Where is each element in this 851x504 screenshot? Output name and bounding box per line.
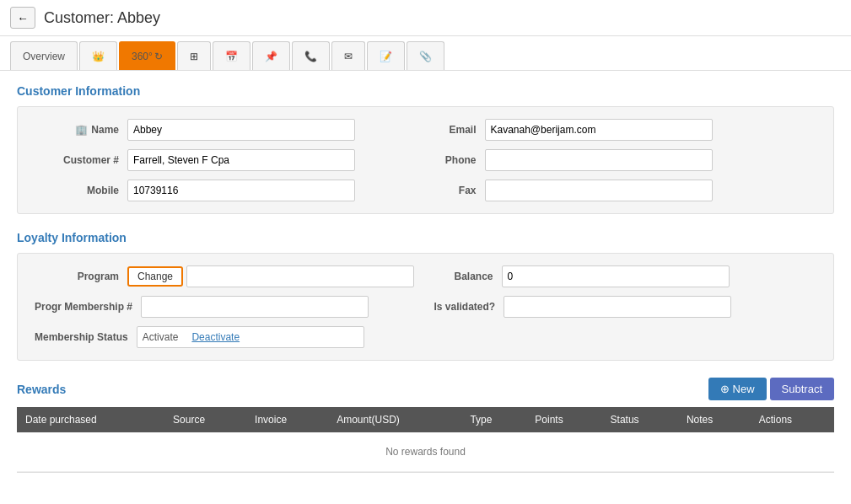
main-content: Customer Information 🏢Name Email Custome… — [0, 71, 851, 486]
col-invoice: Invoice — [246, 407, 328, 432]
page-title: Customer: Abbey — [44, 9, 160, 27]
new-reward-button[interactable]: ⊕ New — [708, 378, 767, 400]
customer-row-3: Mobile Fax — [35, 180, 816, 201]
program-field-group: Program Change — [35, 265, 417, 287]
membership-status-field: Activate Deactivate — [137, 326, 364, 348]
phone-input[interactable] — [485, 149, 713, 171]
tab-360-label: 360° — [132, 51, 153, 62]
plus-icon: ⊕ — [720, 383, 730, 395]
email-label: Email — [434, 124, 485, 136]
customer-row-1: 🏢Name Email — [35, 119, 816, 141]
rewards-title: Rewards — [17, 383, 66, 396]
change-program-button[interactable]: Change — [127, 266, 183, 287]
validated-field-group: Is validated? — [434, 296, 817, 318]
name-label: 🏢Name — [35, 124, 127, 136]
grid-icon: ⊞ — [190, 51, 198, 62]
tab-grid[interactable]: ⊞ — [177, 41, 211, 70]
col-amount: Amount(USD) — [328, 407, 461, 432]
rewards-table-header-row: Date purchased Source Invoice Amount(USD… — [17, 407, 834, 432]
customer-num-label: Customer # — [35, 154, 127, 166]
loyalty-row-3: Membership Status Activate Deactivate — [35, 326, 816, 348]
tab-email[interactable]: ✉ — [331, 41, 365, 70]
subtract-reward-button[interactable]: Subtract — [770, 378, 834, 400]
loyalty-row-2: Progr Membership # Is validated? — [35, 296, 816, 318]
fax-input[interactable] — [485, 180, 713, 201]
back-icon: ← — [17, 12, 28, 24]
mobile-input[interactable] — [127, 180, 355, 201]
building-icon: 🏢 — [75, 124, 88, 136]
fax-field-group: Fax — [434, 180, 817, 201]
email-field-group: Email — [434, 119, 817, 141]
rewards-no-data-cell: No rewards found — [17, 432, 834, 472]
balance-input[interactable] — [502, 265, 730, 287]
col-actions: Actions — [751, 407, 834, 432]
customer-info-panel: 🏢Name Email Customer # Phone Mobile — [17, 106, 834, 214]
customer-num-group: Customer # — [35, 149, 417, 171]
loyalty-row-1: Program Change Balance — [35, 265, 816, 287]
customer-row-2: Customer # Phone — [35, 149, 816, 171]
tab-crown[interactable]: 👑 — [79, 41, 117, 70]
rewards-actions: ⊕ New Subtract — [708, 378, 834, 400]
back-button[interactable]: ← — [10, 7, 35, 29]
rewards-table-body: No rewards found — [17, 432, 834, 472]
validated-label: Is validated? — [434, 301, 504, 313]
validated-input[interactable] — [504, 296, 731, 318]
tab-360[interactable]: 360° ↻ — [119, 41, 175, 70]
col-source: Source — [164, 407, 246, 432]
bottom-divider — [17, 472, 834, 473]
balance-label: Balance — [434, 271, 502, 282]
email-icon: ✉ — [344, 51, 353, 62]
program-input[interactable] — [186, 265, 414, 287]
phone-icon: 📞 — [304, 51, 317, 62]
mobile-field-group: Mobile — [35, 180, 417, 201]
pin-icon: 📌 — [265, 51, 277, 62]
tab-pin[interactable]: 📌 — [252, 41, 290, 70]
phone-label: Phone — [434, 154, 485, 166]
notes-icon: 📝 — [380, 51, 392, 62]
attach-icon: 📎 — [419, 51, 432, 62]
program-label: Program — [35, 271, 127, 282]
calendar-icon: 📅 — [225, 51, 238, 62]
customer-num-input[interactable] — [127, 149, 355, 171]
name-field-group: 🏢Name — [35, 119, 417, 141]
col-status: Status — [602, 407, 678, 432]
spinner-icon: ↻ — [154, 51, 163, 62]
customer-info-title: Customer Information — [17, 84, 834, 98]
phone-field-group: Phone — [434, 149, 817, 171]
membership-num-label: Progr Membership # — [35, 301, 141, 313]
fax-label: Fax — [434, 185, 485, 196]
tab-attach[interactable]: 📎 — [407, 41, 444, 70]
membership-num-group: Progr Membership # — [35, 296, 417, 318]
tab-overview[interactable]: Overview — [10, 41, 78, 70]
loyalty-info-title: Loyalty Information — [17, 231, 834, 244]
tab-notes[interactable]: 📝 — [367, 41, 405, 70]
deactivate-link[interactable]: Deactivate — [191, 331, 240, 343]
mobile-label: Mobile — [35, 185, 127, 196]
col-points: Points — [526, 407, 601, 432]
email-input[interactable] — [485, 119, 713, 141]
name-input[interactable] — [127, 119, 355, 141]
tab-calendar[interactable]: 📅 — [213, 41, 250, 70]
col-type: Type — [461, 407, 526, 432]
col-notes: Notes — [678, 407, 751, 432]
col-date-purchased: Date purchased — [17, 407, 164, 432]
tab-overview-label: Overview — [23, 51, 65, 62]
membership-num-input[interactable] — [141, 296, 369, 318]
rewards-table-head: Date purchased Source Invoice Amount(USD… — [17, 407, 834, 432]
membership-status-label: Membership Status — [35, 331, 137, 343]
rewards-table: Date purchased Source Invoice Amount(USD… — [17, 407, 834, 472]
tabs-bar: Overview 👑 360° ↻ ⊞ 📅 📌 📞 ✉ 📝 📎 — [0, 36, 851, 71]
new-label: New — [733, 383, 755, 395]
rewards-no-data-row: No rewards found — [17, 432, 834, 472]
rewards-header: Rewards ⊕ New Subtract — [17, 378, 834, 400]
membership-status-group: Membership Status Activate Deactivate — [35, 326, 417, 348]
balance-field-group: Balance — [434, 265, 817, 287]
tab-phone[interactable]: 📞 — [292, 41, 330, 70]
activate-link[interactable]: Activate — [143, 331, 179, 343]
crown-icon: 👑 — [92, 51, 105, 62]
loyalty-info-panel: Program Change Balance Progr Membership … — [17, 253, 834, 361]
page-header: ← Customer: Abbey — [0, 0, 851, 36]
